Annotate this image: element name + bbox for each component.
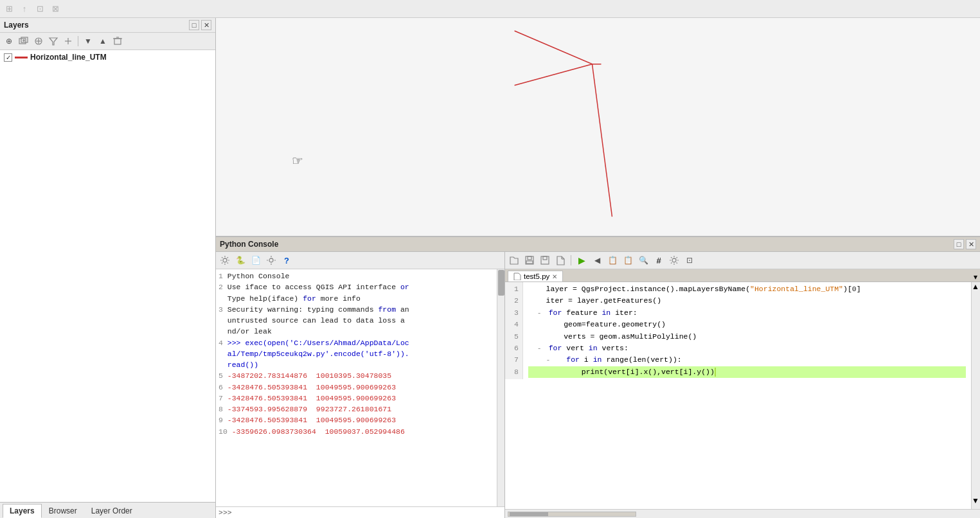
svg-rect-10 (114, 39, 121, 44)
editor-tab-test5[interactable]: test5.py ✕ (508, 271, 563, 281)
code-row-8: print(vert[i].x(),vert[i].y()) (528, 366, 966, 378)
console-help-icon[interactable]: ? (280, 254, 293, 267)
layer-symbol (15, 57, 28, 58)
new-group-icon[interactable] (17, 35, 30, 48)
console-line: 3 Security warning: typing commands from… (218, 304, 494, 315)
move-up-icon[interactable]: ▲ (96, 35, 109, 48)
new-file-icon[interactable] (554, 254, 567, 267)
console-left-toolbar: 🐍 📄 ? (216, 252, 504, 269)
panel-title: Layers (4, 21, 29, 30)
filter-icon[interactable] (47, 35, 60, 48)
layer-list: Horizontal_line_UTM (0, 50, 215, 502)
manage-layer-icon[interactable] (32, 35, 45, 48)
ln-6: 6 (509, 343, 519, 354)
code-content[interactable]: layer = QgsProject.instance().mapLayersB… (523, 282, 971, 379)
console-line: 10 -3359626.0983730364 10059037.05299448… (218, 426, 494, 437)
svg-rect-1 (21, 37, 28, 42)
separator-1 (78, 36, 78, 46)
move-down-icon[interactable]: ▼ (82, 35, 94, 48)
editor-tabs-row: test5.py ✕ ▾ (505, 269, 980, 282)
console-line: nd/or leak (218, 326, 494, 337)
toolbar-icon-4[interactable]: ⊠ (49, 3, 62, 15)
svg-rect-18 (541, 256, 549, 264)
console-close-btn[interactable]: ✕ (966, 239, 976, 249)
svg-rect-17 (526, 261, 533, 263)
tab-browser[interactable]: Browser (42, 504, 84, 518)
layer-checkbox[interactable] (4, 53, 12, 62)
code-lines: 1 2 3 4 5 6 7 8 la (505, 282, 971, 379)
run-script-icon[interactable]: ▶ (575, 254, 588, 267)
editor-tab-close[interactable]: ✕ (552, 273, 557, 280)
paste-icon[interactable]: 📋 (621, 254, 634, 267)
scroll-down[interactable]: ▼ (972, 496, 980, 509)
code-row-6: - for vert in verts: (528, 343, 966, 354)
toolbar-icon-2[interactable]: ↑ (18, 3, 31, 15)
line-numbers: 1 2 3 4 5 6 7 8 (505, 282, 523, 379)
console-left: 🐍 📄 ? 1 Python Console 2 Use iface to ac… (216, 252, 505, 518)
open-file-icon[interactable] (508, 254, 521, 267)
layer-item[interactable]: Horizontal_line_UTM (1, 51, 214, 63)
console-input[interactable]: >>> (216, 506, 504, 518)
add-layer-icon[interactable]: ⊕ (3, 35, 15, 48)
ln-3: 3 (509, 307, 519, 319)
find-icon[interactable]: 🔍 (637, 254, 650, 267)
scrollbar-thumb[interactable] (498, 270, 504, 296)
right-panel: ☞ Python Console □ ✕ 🐍 (216, 18, 980, 518)
console-line: 6 -3428476.505393841 10049595.900699263 (218, 382, 494, 393)
scroll-up[interactable]: ▲ (972, 282, 980, 295)
expand-editor-icon[interactable]: ⊡ (683, 254, 696, 267)
code-row-3: - for feature in iter: (528, 307, 966, 319)
ln-7: 7 (509, 354, 519, 366)
svg-rect-0 (19, 39, 26, 44)
h-scroll-thumb[interactable] (510, 512, 548, 516)
restore-button[interactable]: □ (189, 20, 199, 30)
svg-rect-19 (543, 256, 547, 260)
svg-point-14 (269, 258, 273, 262)
tab-layer-order[interactable]: Layer Order (84, 504, 139, 518)
editor-scrollbar[interactable]: ▲ ▼ (971, 282, 980, 509)
python-console: Python Console □ ✕ 🐍 📄 (216, 237, 980, 518)
console-script-icon[interactable]: 📄 (249, 254, 262, 267)
horizontal-scrollbar[interactable] (508, 512, 636, 517)
settings-icon[interactable] (668, 254, 681, 267)
expand-icon[interactable] (62, 35, 75, 48)
console-options-icon[interactable] (265, 254, 278, 267)
editor-bottom-bar (505, 509, 980, 518)
map-area[interactable]: ☞ (216, 18, 980, 237)
svg-rect-16 (528, 256, 531, 260)
toolbar-icon-3[interactable]: ⊡ (33, 3, 46, 15)
console-restore-btn[interactable]: □ (954, 239, 964, 249)
console-python-icon[interactable]: 🐍 (234, 254, 247, 267)
tab-layers[interactable]: Layers (3, 504, 42, 518)
close-button[interactable]: ✕ (201, 20, 211, 30)
svg-rect-15 (526, 256, 533, 264)
console-header-btns: □ ✕ (954, 239, 976, 249)
toolbar-icon-1[interactable]: ⊞ (3, 3, 15, 15)
remove-icon[interactable] (111, 35, 124, 48)
copy-icon[interactable]: 📋 (606, 254, 619, 267)
save-file-icon[interactable] (523, 254, 536, 267)
ln-1: 1 (509, 283, 519, 295)
svg-point-13 (223, 258, 227, 262)
layers-toolbar: ⊕ ▼ ▲ (0, 33, 215, 50)
svg-point-22 (672, 258, 676, 262)
comment-icon[interactable]: # (652, 254, 665, 267)
console-line: 2 Use iface to access QGIS API interface… (218, 281, 494, 292)
editor-toolbar: ▶ ◀ 📋 📋 🔍 # ⊡ (505, 252, 980, 269)
tab-dropdown-icon[interactable]: ▾ (974, 272, 977, 281)
layers-panel: Layers □ ✕ ⊕ ▼ ▲ (0, 18, 216, 518)
editor-sep-1 (571, 255, 571, 265)
scroll-track[interactable] (972, 295, 980, 496)
console-settings-icon[interactable] (218, 254, 231, 267)
save-as-icon[interactable] (539, 254, 551, 267)
console-line: al/Temp/tmp5ceukq2w.py'.encode('utf-8'))… (218, 348, 494, 359)
panel-header: Layers □ ✕ (0, 18, 215, 33)
cancel-script-icon[interactable]: ◀ (591, 254, 603, 267)
console-output-container: 1 Python Console 2 Use iface to access Q… (216, 269, 504, 506)
console-title: Python Console (220, 240, 278, 249)
console-line: 4 >>> exec(open('C:/Users/Ahmad/AppData/… (218, 337, 494, 348)
editor-main: 1 2 3 4 5 6 7 8 la (505, 282, 980, 509)
prompt-symbol: >>> (218, 508, 232, 517)
output-scrollbar[interactable] (497, 269, 504, 506)
console-right: ▶ ◀ 📋 📋 🔍 # ⊡ test5 (505, 252, 980, 518)
